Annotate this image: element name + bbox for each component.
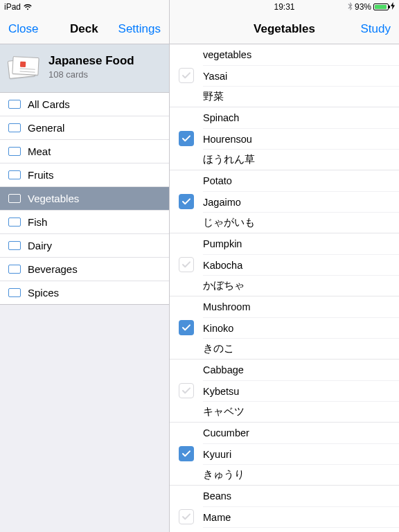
sidebar-item-label: Spices — [28, 287, 59, 299]
sidebar-item-label: Beverages — [28, 263, 78, 275]
card-line: きのこ — [203, 338, 399, 359]
card-checkbox[interactable] — [179, 68, 194, 83]
sidebar-item[interactable]: Meat — [0, 140, 169, 163]
deck-title: Japanese Food — [48, 54, 134, 68]
sidebar-item[interactable]: Fruits — [0, 163, 169, 187]
card-line: Mushroom — [203, 296, 399, 317]
sidebar-item[interactable]: Beverages — [0, 258, 169, 281]
card-line: Spinach — [203, 107, 399, 128]
card-checkbox[interactable] — [179, 320, 194, 335]
cards-icon — [8, 123, 21, 132]
card-group[interactable]: CabbageKybetsuキャベツ — [170, 360, 399, 423]
cards-icon — [8, 265, 21, 274]
sidebar-item-label: General — [28, 122, 64, 134]
card-line: Kybetsu — [203, 380, 399, 401]
status-bar-right: 19:31 93% — [170, 0, 399, 14]
card-line: Pumpkin — [203, 233, 399, 254]
card-checkbox[interactable] — [179, 446, 194, 461]
cards-icon — [8, 194, 21, 203]
sidebar-item[interactable]: Dairy — [0, 234, 169, 258]
sidebar-title: Deck — [50, 22, 118, 36]
cards-icon — [8, 170, 21, 179]
sidebar-item-label: Fish — [28, 216, 47, 228]
sidebar-item-label: Vegetables — [28, 193, 79, 204]
card-line: キャベツ — [203, 401, 399, 422]
sidebar-item-label: Fruits — [28, 169, 54, 181]
device-label: iPad — [4, 2, 21, 12]
card-line: Kabocha — [203, 254, 399, 275]
close-button[interactable]: Close — [8, 22, 50, 36]
deck-header[interactable]: Japanese Food 108 cards — [0, 44, 169, 93]
main-navbar: Vegetables Study — [170, 14, 399, 44]
cards-icon — [8, 100, 21, 109]
card-line: Cabbage — [203, 360, 399, 380]
cards-icon — [8, 218, 21, 227]
sidebar-item[interactable]: General — [0, 116, 169, 140]
status-bar: iPad — [0, 0, 169, 14]
sidebar: iPad Close Deck Settings Japanese Food 1… — [0, 0, 170, 532]
category-list: All CardsGeneralMeatFruitsVegetablesFish… — [0, 93, 169, 305]
sidebar-item[interactable]: Vegetables — [0, 187, 169, 211]
card-checkbox[interactable] — [179, 131, 194, 146]
card-group[interactable]: PumpkinKabochaかぼちゃ — [170, 233, 399, 296]
card-group[interactable]: PotatoJagaimoじゃがいも — [170, 170, 399, 233]
card-checkbox[interactable] — [179, 509, 194, 524]
cards-icon — [8, 241, 21, 250]
deck-subtitle: 108 cards — [48, 69, 134, 80]
main-title: Vegetables — [220, 22, 349, 36]
sidebar-item-label: All Cards — [28, 98, 70, 110]
wifi-icon — [24, 4, 32, 10]
card-group[interactable]: MushroomKinokoきのこ — [170, 296, 399, 360]
sidebar-item[interactable]: Fish — [0, 211, 169, 234]
card-line: Mame — [203, 506, 399, 527]
card-line: 豆 — [203, 527, 399, 532]
status-time: 19:31 — [170, 2, 399, 12]
card-line: きゅうり — [203, 464, 399, 485]
deck-icon — [8, 55, 40, 79]
card-line: Beans — [203, 486, 399, 506]
card-line: Jagaimo — [203, 191, 399, 212]
battery-icon — [373, 3, 389, 10]
card-line: Yasai — [203, 65, 399, 86]
card-group[interactable]: SpinachHourensouほうれん草 — [170, 107, 399, 170]
main-panel: 19:31 93% Vegetables Study vegetablesYas… — [170, 0, 399, 532]
card-group[interactable]: BeansMame豆 — [170, 486, 399, 532]
settings-button[interactable]: Settings — [118, 22, 161, 36]
sidebar-item[interactable]: All Cards — [0, 93, 169, 116]
card-line: Cucumber — [203, 423, 399, 443]
card-line: Kinoko — [203, 317, 399, 338]
cards-icon — [8, 147, 21, 156]
card-line: 野菜 — [203, 86, 399, 107]
card-checkbox[interactable] — [179, 194, 194, 209]
card-group[interactable]: vegetablesYasai野菜 — [170, 44, 399, 107]
sidebar-item-label: Meat — [28, 145, 51, 157]
sidebar-item[interactable]: Spices — [0, 281, 169, 305]
card-checkbox[interactable] — [179, 383, 194, 398]
cards-icon — [8, 288, 21, 297]
card-line: Kyuuri — [203, 443, 399, 464]
study-button[interactable]: Study — [349, 22, 391, 36]
card-line: vegetables — [203, 44, 399, 65]
card-line: Hourensou — [203, 128, 399, 149]
card-line: ほうれん草 — [203, 149, 399, 170]
card-line: じゃがいも — [203, 212, 399, 233]
card-checkbox[interactable] — [179, 257, 194, 272]
sidebar-navbar: Close Deck Settings — [0, 14, 169, 44]
sidebar-item-label: Dairy — [28, 240, 52, 251]
card-list[interactable]: vegetablesYasai野菜SpinachHourensouほうれん草Po… — [170, 44, 399, 532]
card-line: かぼちゃ — [203, 275, 399, 296]
card-line: Potato — [203, 170, 399, 191]
card-group[interactable]: CucumberKyuuriきゅうり — [170, 423, 399, 486]
